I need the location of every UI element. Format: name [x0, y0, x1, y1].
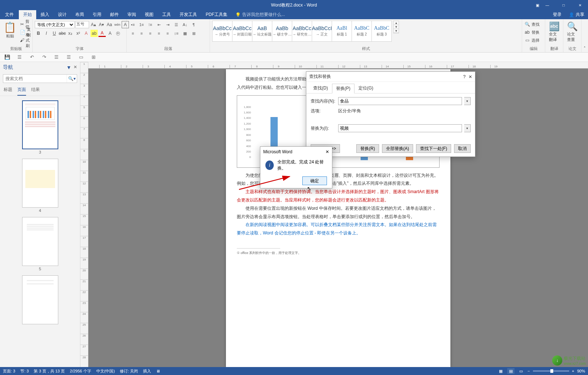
- multilevel-list-button[interactable]: ⁝≡: [146, 21, 154, 29]
- undo-button[interactable]: ↶: [28, 54, 35, 60]
- styles-expand-button[interactable]: ▾: [394, 29, 399, 33]
- distributed-button[interactable]: ≡: [164, 29, 172, 37]
- print-layout-button[interactable]: ▤: [507, 368, 514, 374]
- page-thumb-6[interactable]: [22, 275, 58, 325]
- fr-tab-replace[interactable]: 替换(P): [332, 84, 354, 93]
- select-button[interactable]: ▭选择: [524, 37, 539, 44]
- references-tab[interactable]: 引用: [88, 10, 106, 19]
- styles-scroll[interactable]: ▴ ▾ ▾: [393, 21, 399, 33]
- replace-button[interactable]: ab替换: [524, 29, 539, 36]
- view-tab[interactable]: 视图: [140, 10, 158, 19]
- status-insert-mode[interactable]: 插入: [143, 368, 151, 374]
- fr-tab-find[interactable]: 查找(D): [309, 83, 332, 93]
- bold-button[interactable]: B: [35, 30, 42, 37]
- file-tab[interactable]: 文件: [0, 10, 19, 19]
- qat-button-7[interactable]: ⊞: [90, 54, 97, 60]
- fr-help-button[interactable]: ?: [463, 74, 466, 79]
- nav-search-box[interactable]: 🔍▾: [3, 74, 77, 83]
- text-effects-button[interactable]: A: [83, 30, 90, 37]
- increase-indent-button[interactable]: ⇥: [164, 21, 172, 29]
- style-card-7[interactable]: AaBbC标题 2: [352, 21, 372, 42]
- replace-all-button[interactable]: 全部替换(A): [382, 144, 413, 153]
- styles-down-button[interactable]: ▾: [394, 25, 399, 29]
- plagiarism-check-button[interactable]: 🔍论文查重: [566, 21, 579, 43]
- status-section[interactable]: 节: 3: [20, 368, 29, 374]
- phonetic-guide-button[interactable]: wén: [114, 21, 121, 28]
- increase-font-button[interactable]: A▴: [90, 21, 97, 28]
- styles-gallery[interactable]: AaBbCc→ 分类号AaBbCc→ 封面日期AaB→ 论文标题AaBb→ 硕士…: [212, 21, 391, 42]
- find-next-button[interactable]: 查找下一处(F): [416, 144, 451, 153]
- highlight-button[interactable]: ab: [91, 30, 98, 37]
- style-card-1[interactable]: AaBbCc→ 封面日期: [232, 21, 252, 42]
- nav-tab-headings[interactable]: 标题: [4, 87, 12, 96]
- zoom-out-button[interactable]: −: [528, 369, 530, 373]
- styles-up-button[interactable]: ▴: [394, 21, 399, 25]
- nav-tab-pages[interactable]: 页面: [17, 87, 26, 96]
- style-card-3[interactable]: AaBb→ 硕士学…: [272, 21, 292, 42]
- asian-layout-button[interactable]: ☰: [172, 21, 180, 29]
- web-layout-button[interactable]: ▭: [517, 368, 525, 374]
- format-painter-button[interactable]: 🖌格式刷: [20, 37, 31, 44]
- style-card-5[interactable]: AaBbCcI→ 正文: [312, 21, 332, 42]
- superscript-button[interactable]: x²: [75, 30, 82, 37]
- justify-button[interactable]: ≡: [155, 29, 163, 37]
- status-page-count[interactable]: 第 3 页，共 13 页: [34, 368, 65, 374]
- close-window-button[interactable]: ✕: [572, 0, 588, 10]
- underline-button[interactable]: U: [51, 30, 58, 37]
- ribbon-display-options-icon[interactable]: ▣: [536, 3, 539, 7]
- style-card-6[interactable]: AaBl标题 1: [332, 21, 352, 42]
- msgbox-ok-button[interactable]: 确定: [302, 176, 327, 185]
- tell-me-search[interactable]: 💡 告诉我您想要做什么...: [232, 10, 289, 19]
- sort-button[interactable]: A↓: [181, 21, 189, 29]
- enclose-char-button[interactable]: ㊥: [114, 30, 122, 37]
- replace-dropdown-icon[interactable]: ▾: [464, 124, 471, 132]
- fr-tab-goto[interactable]: 定位(G): [354, 83, 377, 93]
- decrease-indent-button[interactable]: ⇤: [155, 21, 163, 29]
- borders-button[interactable]: ⊞: [190, 29, 198, 37]
- zoom-in-button[interactable]: +: [572, 369, 574, 373]
- minimize-button[interactable]: —: [539, 0, 555, 10]
- review-tab[interactable]: 审阅: [123, 10, 140, 19]
- pdf-tools-tab[interactable]: PDF工具集: [201, 10, 232, 19]
- tools-tab[interactable]: 工具: [158, 10, 175, 19]
- developer-tab[interactable]: 开发工具: [175, 10, 201, 19]
- font-size-select[interactable]: 五号: [75, 21, 89, 28]
- status-word-count[interactable]: 2/2956 个字: [70, 368, 91, 374]
- status-page[interactable]: 页面: 3: [3, 368, 15, 374]
- close-nav-button[interactable]: ✕: [74, 64, 77, 70]
- collapse-ribbon-button[interactable]: ˄: [581, 19, 588, 52]
- numbering-button[interactable]: 1≡: [138, 21, 146, 29]
- nav-search-input[interactable]: [3, 75, 67, 83]
- msgbox-close-button[interactable]: ✕: [326, 149, 329, 154]
- qat-button-6[interactable]: ▭: [77, 54, 85, 60]
- show-marks-button[interactable]: ¶: [190, 21, 198, 29]
- align-right-button[interactable]: ≡: [146, 29, 154, 37]
- nav-search-button[interactable]: 🔍▾: [67, 75, 77, 83]
- style-card-2[interactable]: AaB→ 论文标题: [252, 21, 272, 42]
- style-card-0[interactable]: AaBbCc→ 分类号: [212, 21, 232, 42]
- qat-button-1[interactable]: ☰: [16, 54, 23, 60]
- qat-button-5[interactable]: ☰: [65, 54, 72, 60]
- layout-tab[interactable]: 布局: [71, 10, 88, 19]
- font-color-button[interactable]: A: [98, 30, 106, 37]
- qat-button-4[interactable]: ☰: [53, 54, 60, 60]
- change-case-button[interactable]: Aa: [106, 21, 113, 28]
- find-button[interactable]: 🔍查找: [524, 21, 539, 28]
- insert-tab[interactable]: 插入: [36, 10, 54, 19]
- status-language[interactable]: 中文(中国): [96, 368, 115, 374]
- char-shading-button[interactable]: A: [106, 30, 114, 37]
- home-tab[interactable]: 开始: [19, 10, 36, 19]
- align-left-button[interactable]: ≡: [129, 29, 137, 37]
- line-spacing-button[interactable]: ↕≡: [172, 29, 180, 37]
- zoom-slider[interactable]: [533, 370, 569, 372]
- cancel-button[interactable]: 取消: [454, 144, 471, 153]
- bullets-button[interactable]: •≡: [129, 21, 137, 29]
- find-dropdown-icon[interactable]: ▾: [464, 97, 471, 105]
- nav-dropdown-icon[interactable]: ▼: [66, 64, 71, 70]
- page-thumb-5[interactable]: 5: [22, 217, 58, 271]
- page-thumb-4[interactable]: 4: [22, 159, 58, 213]
- replace-one-button[interactable]: 替换(R): [356, 144, 379, 153]
- design-tab[interactable]: 设计: [54, 10, 71, 19]
- strikethrough-button[interactable]: abc: [59, 30, 66, 37]
- style-card-4[interactable]: AaBbCc→ 研究生…: [292, 21, 312, 42]
